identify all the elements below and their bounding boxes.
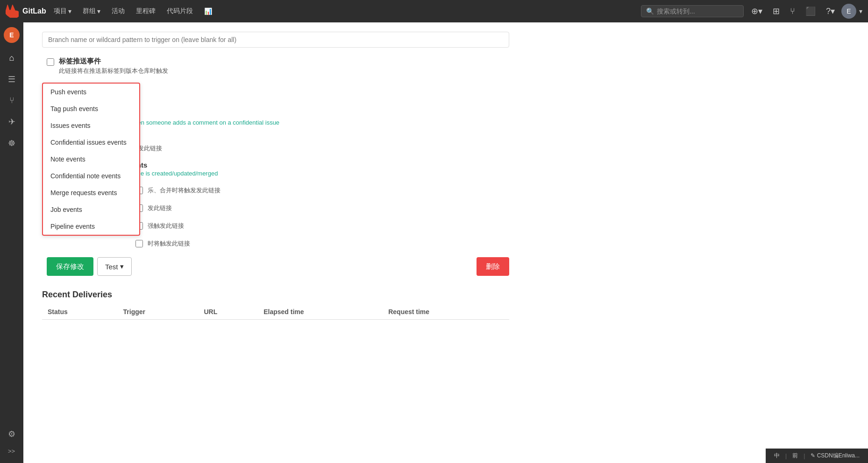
- deliveries-table: Status Trigger URL Elapsed time Request …: [42, 304, 509, 320]
- sidebar-avatar[interactable]: E: [4, 27, 20, 43]
- test-chevron-icon: ▾: [120, 262, 124, 271]
- sidebar-item-merge-requests[interactable]: ⑂: [0, 91, 23, 110]
- search-icon: 🔍: [646, 7, 654, 15]
- dropdown-item-job-events[interactable]: Job events: [43, 201, 139, 218]
- user-avatar[interactable]: E: [841, 4, 856, 19]
- issues-icon[interactable]: ⬛: [802, 4, 819, 18]
- avatar-chevron[interactable]: ▾: [859, 7, 862, 15]
- extra-checkbox-4[interactable]: [135, 240, 143, 247]
- nav-activity[interactable]: 活动: [108, 5, 128, 17]
- col-status: Status: [42, 304, 118, 320]
- gitlab-logo[interactable]: GitLab: [6, 5, 46, 18]
- extra-row-3: 强触发此链接: [131, 221, 509, 230]
- dropdown-item-note-events[interactable]: Note events: [43, 151, 139, 168]
- extra-desc-2: 发此链接: [148, 204, 172, 212]
- extra-desc-3: 强触发此链接: [148, 222, 184, 230]
- extra-row-2: 发此链接: [131, 203, 509, 212]
- action-buttons-row: 保存修改 Test ▾ 删除: [42, 257, 509, 276]
- top-navigation: GitLab 项目 ▾ 群组 ▾ 活动 里程碑 代码片段 📊 🔍 ⊕▾ ⊞ ⑂ …: [0, 0, 868, 22]
- add-icon[interactable]: ⊕▾: [747, 4, 766, 18]
- delete-button[interactable]: 删除: [477, 257, 509, 276]
- dropdown-item-pipeline-events[interactable]: Pipeline events: [43, 218, 139, 235]
- sidebar-item-ci-cd[interactable]: ✈: [0, 112, 23, 132]
- col-request-time: Request time: [383, 304, 509, 320]
- nav-snippets[interactable]: 代码片段: [163, 5, 197, 17]
- dropdown-item-confidential-note-events[interactable]: Confidential note events: [43, 168, 139, 184]
- tag-push-row: 标签推送事件 此链接将在推送新标签到版本仓库时触发: [42, 57, 509, 75]
- nav-icon-group: ⊕▾ ⊞ ⑂ ⬛ ?▾ E ▾: [747, 4, 862, 19]
- sidebar-item-issues[interactable]: ☰: [0, 70, 23, 89]
- main-content: 标签推送事件 此链接将在推送新标签到版本仓库时触发 评论 增加新评论时将触发发此…: [23, 22, 868, 463]
- sidebar-item-operations[interactable]: ☸: [0, 133, 23, 153]
- col-elapsed: Elapsed time: [258, 304, 383, 320]
- nav-milestones[interactable]: 里程碑: [132, 5, 159, 17]
- nav-chart[interactable]: 📊: [200, 6, 216, 17]
- sidebar-item-settings[interactable]: ⚙: [8, 424, 15, 444]
- dropdown-item-issues-events[interactable]: Issues events: [43, 117, 139, 134]
- test-button[interactable]: Test ▾: [97, 257, 132, 276]
- nav-groups[interactable]: 群组 ▾: [79, 5, 104, 17]
- bottom-bar-lang-zh[interactable]: 中: [770, 450, 783, 461]
- sidebar-expand-button[interactable]: >>: [8, 444, 15, 458]
- extra-row-1: 乐、合并时将触发发此链接: [131, 185, 509, 195]
- bottom-bar-editor[interactable]: ✎ CSDN编Enliwa...: [807, 450, 863, 461]
- bottom-bar-lang-en[interactable]: 前: [789, 450, 802, 461]
- dropdown-item-confidential-issues-events[interactable]: Confidential issues events: [43, 134, 139, 151]
- gitlab-wordmark: GitLab: [22, 7, 46, 15]
- extra-desc-1: 乐、合并时将触发发此链接: [148, 186, 221, 195]
- extra-row-4: 时将触发此链接: [131, 239, 509, 248]
- sidebar: E ⌂ ☰ ⑂ ✈ ☸ ⚙ >>: [0, 22, 23, 463]
- tag-push-label: 标签推送事件: [59, 57, 168, 66]
- search-input[interactable]: [657, 7, 739, 15]
- help-icon[interactable]: ?▾: [822, 4, 839, 18]
- tag-push-desc: 此链接将在推送新标签到版本仓库时触发: [59, 67, 168, 75]
- screen-icon[interactable]: ⊞: [769, 4, 783, 18]
- nav-projects[interactable]: 项目 ▾: [50, 5, 75, 17]
- branch-input[interactable]: [42, 32, 509, 48]
- webhook-form: 标签推送事件 此链接将在推送新标签到版本仓库时触发 评论 增加新评论时将触发发此…: [42, 32, 509, 320]
- bottom-bar: 中 | 前 | ✎ CSDN编Enliwa...: [766, 449, 868, 463]
- extra-desc-4: 时将触发此链接: [148, 239, 190, 248]
- search-bar[interactable]: 🔍: [641, 5, 744, 17]
- col-trigger: Trigger: [118, 304, 199, 320]
- col-url: URL: [198, 304, 258, 320]
- dropdown-menu: Push events Tag push events Issues event…: [42, 83, 140, 236]
- recent-deliveries-title: Recent Deliveries: [42, 290, 509, 300]
- dropdown-item-push-events[interactable]: Push events: [43, 84, 139, 100]
- branch-input-row: [42, 32, 509, 48]
- dropdown-item-merge-requests-events[interactable]: Merge requests events: [43, 184, 139, 201]
- dropdown-item-tag-push-events[interactable]: Tag push events: [43, 100, 139, 117]
- sidebar-item-home[interactable]: ⌂: [0, 49, 23, 68]
- tag-push-checkbox[interactable]: [47, 58, 54, 66]
- merge-requests-icon[interactable]: ⑂: [786, 5, 799, 18]
- save-button[interactable]: 保存修改: [47, 257, 93, 276]
